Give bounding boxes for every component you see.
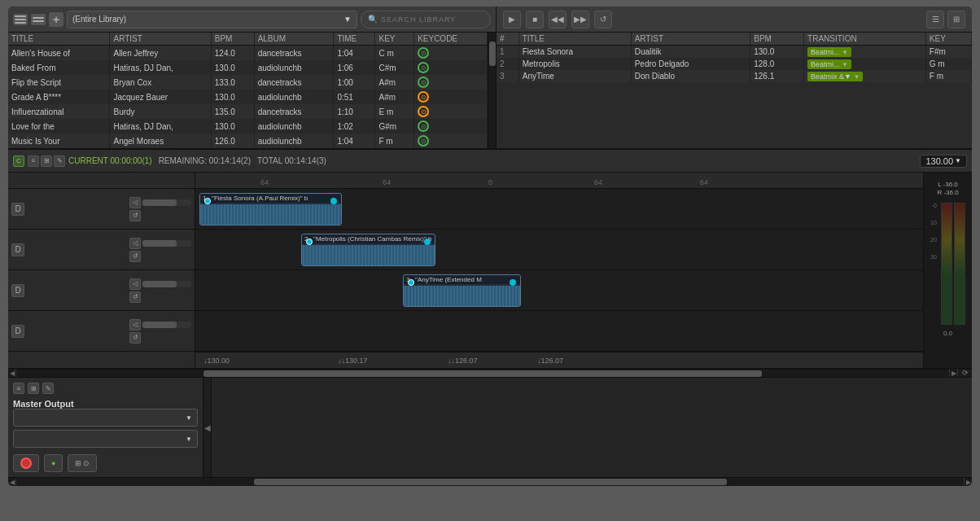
- track-arrow-icon[interactable]: ◁: [129, 197, 141, 208]
- bottom-scroll-left[interactable]: ◀: [8, 478, 16, 486]
- playlist-row[interactable]: 3 AnyTime Don Diablo 126.1 Beatmix &▼ ▼ …: [497, 70, 972, 82]
- pcol-key[interactable]: KEY: [925, 33, 971, 46]
- library-dropdown[interactable]: (Entire Library) ▼: [67, 11, 357, 28]
- stop-button[interactable]: ■: [526, 11, 544, 28]
- handle-3[interactable]: [510, 279, 516, 286]
- track-controls: D ◁ ↺ D: [8, 173, 195, 368]
- master-list-icon[interactable]: ≡: [13, 383, 24, 394]
- master-edit-icon[interactable]: ✎: [42, 383, 54, 394]
- library-row[interactable]: Love for the Hatiras, DJ Dan, 130.0 audi…: [8, 119, 488, 134]
- monitor-button[interactable]: ●: [44, 454, 63, 472]
- bottom-scroll-thumb: [254, 479, 727, 485]
- col-keycode[interactable]: KEYCODE: [414, 33, 488, 46]
- options-icon[interactable]: ⊞: [947, 11, 965, 28]
- col-title[interactable]: TITLE: [8, 33, 110, 46]
- track-3-btn[interactable]: D: [11, 284, 24, 297]
- col-key[interactable]: KEY: [375, 33, 414, 46]
- play-button[interactable]: ▶: [503, 11, 521, 28]
- bpm-bar: ↓130.00 ↓↓130.17 ↓↓126.07 ↓126.07: [195, 352, 923, 368]
- scroll-right-arrow[interactable]: ▶: [949, 369, 957, 377]
- cue-point-2a[interactable]: [306, 239, 313, 245]
- ptrack-transition: Beatmi... ▼: [804, 58, 926, 70]
- track-2-loop-icon[interactable]: ↺: [129, 251, 141, 262]
- pcol-transition[interactable]: TRANSITION: [804, 33, 926, 46]
- add-button[interactable]: +: [49, 12, 63, 27]
- track-3-loop-icon[interactable]: ↺: [129, 291, 141, 303]
- timeline-edit-icon[interactable]: ✎: [54, 155, 65, 167]
- panel-collapse-btn[interactable]: ◀: [203, 378, 212, 477]
- rewind-button[interactable]: ◀◀: [549, 11, 567, 28]
- col-bpm[interactable]: BPM: [211, 33, 254, 46]
- bottom-scrollbar[interactable]: [16, 478, 964, 486]
- grid-view-icon[interactable]: [31, 14, 46, 25]
- bpm-display[interactable]: 130.00 ▼: [920, 155, 967, 168]
- pcol-artist[interactable]: ARTIST: [631, 33, 750, 46]
- meter-bars: -0 10 20 30: [930, 203, 965, 325]
- track-title: Love for the: [8, 119, 110, 134]
- playlist-row[interactable]: 2 Metropolis Pedro Delgado 128.0 Beatmi.…: [497, 58, 972, 70]
- track-title: Allen's House of: [8, 46, 110, 61]
- record-indicator: [20, 458, 32, 469]
- loop-button[interactable]: ↺: [594, 11, 612, 28]
- track-artist: Angel Moraes: [110, 134, 211, 148]
- playlist-row[interactable]: 1 Fiesta Sonora Dualitik 130.0 Beatmi...…: [497, 46, 972, 59]
- waveform-3[interactable]: 3 · "AnyTime (Extended M: [403, 274, 521, 307]
- timeline-icon1[interactable]: C: [13, 155, 24, 167]
- track-4-btn[interactable]: D: [11, 325, 24, 338]
- col-time[interactable]: TIME: [334, 33, 375, 46]
- search-input[interactable]: [381, 15, 479, 24]
- track-time: 1:04: [334, 46, 375, 61]
- timeline-scrollbar[interactable]: [16, 369, 949, 377]
- bottom-scroll-right[interactable]: ▶: [964, 478, 972, 486]
- track-4-fader[interactable]: [142, 322, 191, 328]
- track-2-fader[interactable]: [142, 240, 191, 247]
- library-row[interactable]: Flip the Script Bryan Cox 133.0 dancetra…: [8, 75, 488, 90]
- track-loop-icon[interactable]: ↺: [129, 210, 141, 221]
- track-3-fader[interactable]: [142, 281, 191, 287]
- track-3-arrow-icon[interactable]: ◁: [129, 278, 141, 290]
- track-4-loop-icon[interactable]: ↺: [129, 332, 141, 344]
- track-bpm: 133.0: [211, 75, 254, 90]
- sync-icon[interactable]: ⟳: [957, 369, 972, 377]
- waveform-1[interactable]: 1 · "Fiesta Sonora (A.Paul Remix)" b: [199, 193, 342, 225]
- library-row[interactable]: Influenzational Burdy 135.0 dancetracks …: [8, 104, 488, 119]
- bpm-1: ↓130.00: [203, 357, 230, 365]
- library-row[interactable]: Grade A B**** Jacquez Bauer 130.0 audiol…: [8, 90, 488, 104]
- timeline-grid-icon[interactable]: ⊞: [41, 155, 52, 167]
- track-album: audiolunchb: [254, 90, 334, 104]
- ffwd-button[interactable]: ▶▶: [571, 11, 589, 28]
- library-row[interactable]: Baked From Hatiras, DJ Dan, 130.0 audiol…: [8, 60, 488, 75]
- output-button[interactable]: ⊞ ⊙: [68, 454, 97, 472]
- track-row-2: D ◁ ↺: [8, 230, 195, 270]
- handle-1[interactable]: [330, 198, 337, 204]
- timeline-list-icon[interactable]: ≡: [28, 155, 39, 167]
- pcol-bpm[interactable]: BPM: [750, 33, 804, 46]
- master-dropdown-1[interactable]: ▼: [13, 409, 198, 427]
- track-key: C m: [375, 46, 414, 61]
- settings-icon[interactable]: ☰: [926, 11, 944, 28]
- meter-right: [954, 203, 965, 325]
- ptrack-title: AnyTime: [518, 70, 631, 82]
- col-album[interactable]: ALBUM: [254, 33, 334, 46]
- col-artist[interactable]: ARTIST: [110, 33, 211, 46]
- track-1-fader[interactable]: [142, 199, 191, 206]
- library-scrollbar[interactable]: [488, 33, 496, 148]
- list-view-icon[interactable]: [13, 14, 28, 25]
- record-button[interactable]: [13, 454, 39, 472]
- pcol-num[interactable]: #: [497, 33, 518, 46]
- track-4-arrow-icon[interactable]: ◁: [129, 319, 141, 331]
- waveform-2[interactable]: 2 · "Metropolis (Christian Cambas Remix)…: [301, 234, 435, 266]
- track-1-btn[interactable]: D: [11, 203, 24, 216]
- pcol-title[interactable]: TITLE: [518, 33, 631, 46]
- track-2-arrow-icon[interactable]: ◁: [129, 238, 141, 249]
- bpm-4: ↓126.07: [537, 357, 563, 365]
- handle-2[interactable]: [424, 239, 431, 245]
- scroll-left-arrow[interactable]: ◀: [8, 369, 16, 377]
- library-row[interactable]: Allen's House of Allen Jeffrey 124.0 dan…: [8, 46, 488, 61]
- master-dropdown-2[interactable]: ▼: [13, 430, 198, 448]
- cue-point-3a[interactable]: [408, 279, 414, 286]
- track-2-btn[interactable]: D: [11, 243, 24, 256]
- library-row[interactable]: Music Is Your Angel Moraes 126.0 audiolu…: [8, 134, 488, 148]
- master-grid-icon[interactable]: ⊞: [28, 383, 39, 394]
- cue-point-1a[interactable]: [204, 198, 211, 204]
